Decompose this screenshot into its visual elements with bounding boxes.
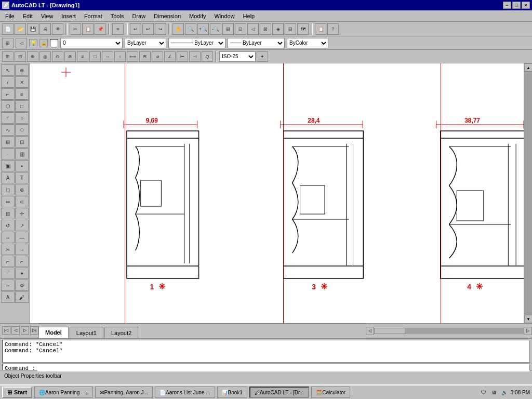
undo-button[interactable]: ↩ — [130, 23, 141, 35]
cut-button[interactable]: ✂ — [70, 23, 81, 35]
taskbar-item-2[interactable]: 📄 Aarons List June ... — [155, 387, 215, 398]
line-button[interactable]: / — [1, 76, 15, 88]
lineweight-select[interactable]: ─── ByLayer — [228, 38, 285, 48]
taskbar-item-3[interactable]: 📊 Book1 — [217, 387, 247, 398]
wipeout-button[interactable]: ▪ — [15, 160, 29, 171]
h-scroll-thumb[interactable] — [374, 328, 405, 334]
tab-last-button[interactable]: ▷| — [30, 326, 38, 335]
grid-button[interactable]: ⊟ — [15, 51, 26, 62]
canvas-area[interactable]: 9,69 28,4 38,77 — [30, 63, 524, 323]
chamfer-button[interactable]: ⌐ — [15, 256, 29, 267]
close-button[interactable]: × — [522, 2, 530, 9]
polyline-button[interactable]: ⌐ — [1, 88, 15, 100]
trim-button[interactable]: ✂ — [1, 244, 15, 255]
attedit-button[interactable]: A — [1, 291, 15, 303]
lengthen-button[interactable]: — — [15, 232, 29, 243]
paste-button[interactable]: 📌 — [95, 23, 106, 35]
lineweight-btn[interactable]: ≡ — [77, 51, 88, 62]
array-button[interactable]: ⊞ — [1, 208, 15, 219]
move-button[interactable]: ✛ — [15, 208, 29, 219]
layer-lock[interactable]: 🔒 — [39, 39, 48, 47]
menu-dimension[interactable]: Dimension — [150, 12, 185, 20]
tab-prev-button[interactable]: ◁ — [11, 326, 20, 335]
props-button[interactable]: 📋 — [315, 23, 326, 35]
start-button[interactable]: ⊞ Start — [2, 387, 32, 398]
layer-color[interactable] — [50, 39, 58, 47]
scroll-track[interactable] — [524, 72, 532, 315]
taskbar-item-1[interactable]: ✉ Panning, Aaron J... — [95, 387, 153, 398]
scroll-right-button[interactable]: ▷ — [524, 327, 532, 335]
text-button[interactable]: T — [15, 172, 29, 183]
layer-prev-button[interactable]: ◁ — [16, 38, 27, 48]
dim3-btn[interactable]: ⟺ — [127, 51, 138, 62]
layout1-tab[interactable]: Layout1 — [70, 327, 103, 338]
zoom-out-button[interactable]: -🔍 — [210, 23, 221, 35]
menu-modify[interactable]: Modify — [185, 12, 210, 20]
snap-button[interactable]: ⊞ — [2, 51, 14, 62]
copy-obj-button[interactable]: ⊕ — [15, 184, 29, 195]
offset-button[interactable]: ⊂ — [15, 196, 29, 207]
menu-edit[interactable]: Edit — [19, 12, 37, 20]
linetype-select[interactable]: ────── ByLayer — [168, 38, 225, 48]
zoom-in-button[interactable]: +🔍 — [197, 23, 209, 35]
print-button[interactable]: 🖨 — [39, 23, 51, 35]
drawing-canvas[interactable]: 9,69 28,4 38,77 — [30, 63, 524, 323]
plotstyle-select[interactable]: ByColor — [287, 38, 328, 48]
dim5-btn[interactable]: ⌀ — [152, 51, 163, 62]
erase-button[interactable]: ◻ — [1, 184, 15, 195]
rotate-button[interactable]: ↺ — [1, 220, 15, 231]
zoom-extents-button[interactable]: ⊡ — [235, 23, 246, 35]
maximize-button[interactable]: □ — [512, 2, 521, 9]
taskbar-item-4[interactable]: 🖊 AutoCAD LT - [Dr... — [249, 387, 309, 398]
menu-view[interactable]: View — [37, 12, 58, 20]
h-scroll-track[interactable] — [374, 328, 524, 334]
mirror-button[interactable]: ⇔ — [1, 196, 15, 207]
track-button[interactable]: ⊗ — [64, 51, 76, 62]
select-button[interactable]: ↖ — [1, 64, 15, 76]
redo-button[interactable]: ↪ — [155, 23, 166, 35]
tab-next-button[interactable]: ▷ — [21, 326, 29, 335]
help-button[interactable]: ? — [327, 23, 339, 35]
color-select[interactable]: ByLayer — [125, 38, 166, 48]
taskbar-item-0[interactable]: 🌐 Aaron Panning - ... — [34, 387, 93, 398]
dim7-btn[interactable]: ⊢ — [177, 51, 188, 62]
menu-help[interactable]: Help — [239, 12, 259, 20]
dim8-btn[interactable]: ⊣ — [189, 51, 201, 62]
qdim-btn[interactable]: Q — [202, 51, 213, 62]
menu-window[interactable]: Window — [210, 12, 238, 20]
menu-insert[interactable]: Insert — [57, 12, 80, 20]
spline-button[interactable]: ∿ — [1, 124, 15, 136]
minimize-button[interactable]: − — [503, 2, 511, 9]
preview-button[interactable]: 👁 — [52, 23, 63, 35]
dim1-btn[interactable]: ↔ — [102, 51, 113, 62]
point-button[interactable]: · — [1, 148, 15, 159]
ortho-button[interactable]: ⊕ — [27, 51, 38, 62]
menu-draw[interactable]: Draw — [128, 12, 150, 20]
hatch-button[interactable]: ▥ — [15, 148, 29, 159]
dimstyle-btn[interactable]: ✦ — [257, 51, 268, 62]
rect-button[interactable]: □ — [15, 100, 29, 112]
copy-button[interactable]: 📋 — [82, 23, 94, 35]
polygon-button[interactable]: ⬡ — [1, 100, 15, 112]
layer-select[interactable]: 0 — [60, 38, 123, 48]
matchprop-button[interactable]: ≡ — [112, 23, 124, 35]
region-button[interactable]: ▣ — [1, 160, 15, 171]
scroll-up-button[interactable]: ▲ — [524, 63, 532, 72]
dim-linear-button[interactable]: ↔ — [1, 280, 15, 291]
layer-manager-button[interactable]: ⊞ — [2, 38, 14, 48]
dimscale-select[interactable]: ISO-25 — [219, 51, 256, 62]
polar-button[interactable]: ◎ — [39, 51, 51, 62]
fillet-button[interactable]: ⌒ — [1, 268, 15, 279]
arc-button[interactable]: ◜ — [1, 112, 15, 124]
insert-button[interactable]: ⊞ — [1, 136, 15, 148]
tab-first-button[interactable]: |◁ — [2, 326, 10, 335]
ellipse-button[interactable]: ⬭ — [15, 124, 29, 136]
title-bar-controls[interactable]: − □ × — [503, 2, 530, 9]
circle-button[interactable]: ○ — [15, 112, 29, 124]
dim6-btn[interactable]: ∠ — [164, 51, 176, 62]
zoom-window-button[interactable]: ⊞ — [222, 23, 234, 35]
scroll-left-button[interactable]: ◁ — [366, 327, 374, 335]
mtext-button[interactable]: A — [1, 172, 15, 183]
scale-button[interactable]: ↗ — [15, 220, 29, 231]
break-button[interactable]: ⌐ — [1, 256, 15, 267]
